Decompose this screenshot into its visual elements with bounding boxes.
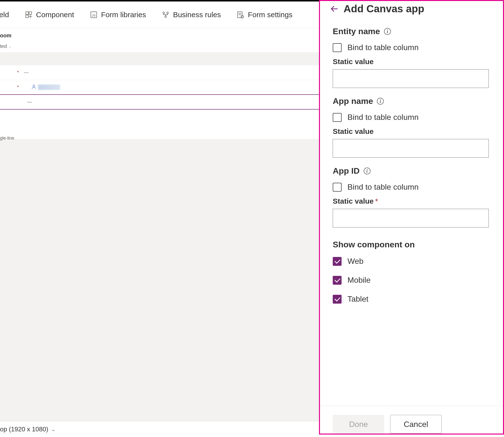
- svg-point-8: [167, 12, 169, 14]
- resolution-selector[interactable]: op (1920 x 1080): [0, 425, 48, 433]
- bind-label: Bind to table column: [347, 43, 419, 52]
- static-label-text: Static value: [333, 197, 374, 205]
- entity-name-input[interactable]: [333, 69, 489, 88]
- entity-name-bind-checkbox[interactable]: [333, 43, 342, 52]
- add-field-button[interactable]: ield: [0, 1, 17, 28]
- js-icon: JS: [90, 11, 98, 19]
- show-on-web-row: Web: [333, 257, 488, 266]
- show-on-tablet-row: Tablet: [333, 295, 488, 304]
- add-canvas-app-panel: Add Canvas app Entity name i Bind to tab…: [319, 0, 504, 435]
- show-on-option-label: Tablet: [347, 295, 368, 304]
- required-marker: *: [0, 70, 24, 75]
- app-name-bind-checkbox[interactable]: [333, 113, 342, 122]
- app-name-section: App name i Bind to table column Static v…: [333, 96, 488, 158]
- svg-rect-0: [26, 12, 28, 14]
- form-settings-button[interactable]: Form settings: [229, 1, 300, 28]
- required-star: *: [375, 197, 378, 205]
- app-id-input[interactable]: [333, 209, 489, 227]
- entity-name-bind-row: Bind to table column: [333, 43, 488, 52]
- section-title-text: Entity name: [333, 27, 380, 36]
- svg-point-7: [163, 12, 165, 14]
- field-placeholder: ---: [24, 70, 29, 75]
- field-fragment-label: ield: [0, 11, 9, 19]
- form-subtitle-text: ted: [0, 43, 7, 49]
- info-icon[interactable]: i: [377, 98, 384, 105]
- bind-label: Bind to table column: [347, 183, 419, 192]
- svg-rect-1: [29, 12, 32, 14]
- show-on-option-label: Web: [347, 257, 363, 266]
- entity-name-title: Entity name i: [333, 27, 488, 36]
- entity-name-section: Entity name i Bind to table column Stati…: [333, 27, 488, 88]
- show-on-option-label: Mobile: [347, 276, 371, 285]
- info-icon[interactable]: i: [384, 28, 391, 35]
- section-title-text: Show component on: [333, 240, 415, 249]
- form-title-text: oom: [0, 32, 11, 39]
- panel-header: Add Canvas app: [320, 1, 503, 19]
- info-icon[interactable]: i: [364, 168, 371, 174]
- app-id-bind-row: Bind to table column: [333, 183, 488, 192]
- app-name-title: App name i: [333, 96, 488, 106]
- redacted-value: [38, 85, 60, 90]
- add-component-button[interactable]: Component: [17, 1, 82, 28]
- form-settings-icon: [237, 11, 244, 19]
- app-name-static-label: Static value: [333, 127, 488, 136]
- chevron-down-icon[interactable]: ⌄: [51, 426, 55, 432]
- field-type-text: gle-line: [0, 136, 14, 141]
- svg-point-14: [33, 85, 35, 86]
- show-component-on-section: Show component on Web Mobile Tablet: [333, 240, 488, 304]
- app-id-section: App ID i Bind to table column Static val…: [333, 166, 488, 227]
- component-icon: [25, 11, 33, 19]
- arrow-left-icon: [330, 4, 339, 14]
- bind-label: Bind to table column: [347, 113, 419, 122]
- show-on-title: Show component on: [333, 240, 488, 249]
- svg-text:JS: JS: [92, 13, 96, 17]
- app-id-title: App ID i: [333, 166, 488, 176]
- business-rules-icon: [162, 11, 170, 19]
- section-title-text: App name: [333, 96, 373, 106]
- back-button[interactable]: [330, 4, 339, 14]
- svg-rect-2: [26, 15, 28, 18]
- component-label: Component: [36, 11, 74, 19]
- show-on-mobile-checkbox[interactable]: [333, 276, 342, 285]
- panel-body: Entity name i Bind to table column Stati…: [320, 19, 503, 406]
- show-on-tablet-checkbox[interactable]: [333, 295, 342, 304]
- business-rules-button[interactable]: Business rules: [154, 1, 229, 28]
- panel-title: Add Canvas app: [344, 3, 424, 15]
- cancel-button-label: Cancel: [404, 420, 428, 429]
- form-libraries-button[interactable]: JS Form libraries: [82, 1, 154, 28]
- svg-point-9: [165, 16, 167, 17]
- person-icon: [31, 84, 37, 91]
- done-button-label: Done: [349, 420, 368, 429]
- field-type-tag: gle-line: [0, 136, 14, 141]
- app-id-bind-checkbox[interactable]: [333, 183, 342, 192]
- app-id-static-label: Static value*: [333, 197, 488, 205]
- form-libraries-label: Form libraries: [101, 11, 146, 19]
- required-marker: *: [0, 85, 24, 90]
- cancel-button[interactable]: Cancel: [390, 415, 442, 434]
- field-placeholder: ---: [0, 99, 32, 105]
- entity-name-static-label: Static value: [333, 57, 488, 66]
- show-on-web-checkbox[interactable]: [333, 257, 342, 266]
- panel-footer: Done Cancel: [320, 406, 503, 434]
- done-button: Done: [333, 415, 384, 434]
- form-settings-label: Form settings: [248, 11, 292, 19]
- show-on-mobile-row: Mobile: [333, 276, 488, 285]
- chevron-down-icon: ⌄: [8, 44, 11, 48]
- svg-point-13: [241, 15, 244, 18]
- app-name-input[interactable]: [333, 139, 489, 158]
- app-name-bind-row: Bind to table column: [333, 113, 488, 122]
- section-title-text: App ID: [333, 166, 360, 176]
- business-rules-label: Business rules: [173, 11, 221, 19]
